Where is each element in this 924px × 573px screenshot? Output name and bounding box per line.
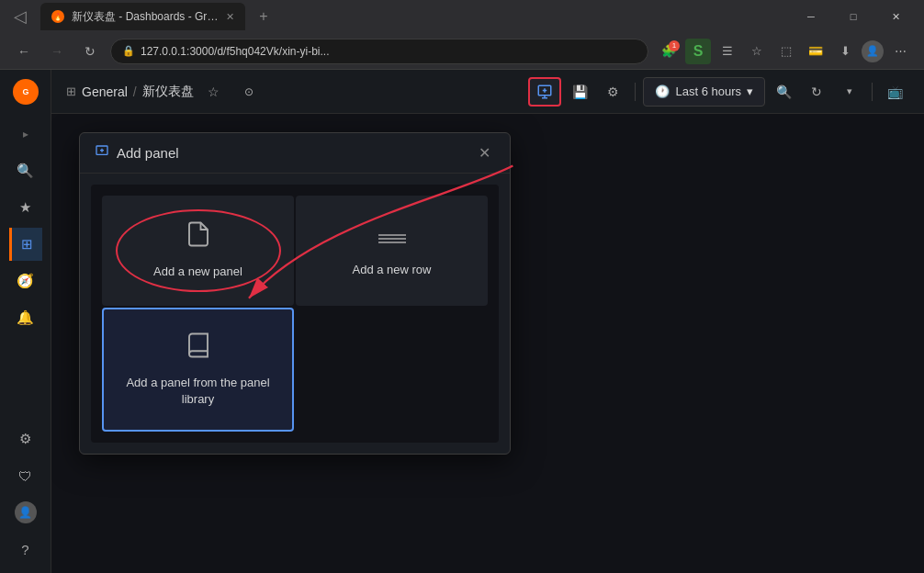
- breadcrumb-grid-icon: ⊞: [66, 84, 76, 98]
- time-range-picker[interactable]: 🕐 Last 6 hours ▾: [643, 77, 765, 107]
- new-tab-btn[interactable]: +: [253, 6, 275, 28]
- notification-badge: 1: [669, 40, 680, 51]
- dashboard-body: Add panel ✕ Add a new panel: [51, 114, 924, 573]
- sidebar-item-profile[interactable]: 👤: [9, 496, 42, 529]
- browser-controls: ◁: [7, 4, 33, 29]
- back-btn[interactable]: ←: [11, 39, 37, 64]
- sidebar-extension-btn[interactable]: ☰: [715, 39, 740, 64]
- tab-close-btn[interactable]: ✕: [226, 11, 234, 23]
- nav-right-icons: 🧩 1 S ☰ ☆ ⬚ 💳 ⬇ 👤 ⋯: [656, 39, 913, 64]
- modal-title: Add panel: [117, 145, 179, 161]
- sidebar-item-starred[interactable]: ★: [9, 191, 42, 224]
- synced-btn[interactable]: S: [685, 39, 711, 64]
- sidebar-item-help[interactable]: ?: [9, 533, 42, 566]
- breadcrumb-parent: General: [82, 84, 128, 99]
- refresh-btn[interactable]: ↻: [77, 39, 103, 64]
- sidebar-item-dashboards[interactable]: ⊞: [9, 228, 42, 261]
- maximize-btn[interactable]: □: [832, 2, 874, 31]
- refresh-btn[interactable]: ↻: [802, 77, 831, 107]
- forward-btn[interactable]: →: [44, 39, 70, 64]
- sidebar-item-explore[interactable]: 🧭: [9, 264, 42, 298]
- dashboard-settings-btn[interactable]: ⚙: [598, 77, 627, 107]
- add-new-row-option[interactable]: Add a new row: [296, 196, 488, 306]
- user-avatar: 👤: [15, 501, 37, 523]
- profile-avatar[interactable]: 👤: [862, 40, 884, 62]
- minimize-btn[interactable]: ─: [790, 2, 832, 31]
- compass-icon: 🧭: [17, 273, 34, 289]
- add-panel-btn[interactable]: [528, 77, 561, 107]
- sidebar-item-shield[interactable]: 🛡: [9, 459, 42, 492]
- chevron-down-icon: ▾: [747, 84, 753, 98]
- bell-icon: 🔔: [17, 309, 34, 326]
- browser-back-btn[interactable]: ◁: [7, 4, 33, 29]
- star-icon: ★: [19, 199, 31, 216]
- tab-favicon: 🔥: [51, 10, 64, 23]
- modal-header: Add panel ✕: [80, 133, 510, 174]
- add-new-panel-label: Add a new panel: [153, 264, 242, 280]
- gear-icon: ⚙: [19, 431, 31, 447]
- add-new-row-label: Add a new row: [353, 262, 432, 278]
- sidebar-item-search[interactable]: 🔍: [9, 154, 42, 187]
- breadcrumb-dashboard-title: 新仪表盘: [142, 84, 194, 100]
- tab-title: 新仪表盘 - Dashboards - Grafana: [72, 9, 219, 25]
- browser-nav: ← → ↻ 🔒 127.0.0.1:3000/d/f5hq042Vk/xin-y…: [0, 33, 924, 70]
- dashboard-header: ⊞ General / 新仪表盘 ☆ ⊙ 💾: [51, 70, 924, 114]
- download-btn[interactable]: ⬇: [832, 39, 858, 64]
- address-bar[interactable]: 🔒 127.0.0.1:3000/d/f5hq042Vk/xin-yi-bi..…: [110, 39, 648, 64]
- star-dashboard-btn[interactable]: ☆: [199, 77, 229, 107]
- shield-icon: 🛡: [18, 468, 32, 484]
- header-divider-2: [872, 83, 873, 101]
- modal-close-btn[interactable]: ✕: [473, 142, 495, 164]
- app-container: G ▸ 🔍 ★ ⊞ 🧭 🔔 ⚙ 🛡 👤: [0, 70, 924, 573]
- new-panel-icon: [185, 220, 212, 254]
- sidebar-logo[interactable]: G: [11, 77, 40, 107]
- header-actions: 💾 ⚙ 🕐 Last 6 hours ▾ 🔍 ↻ ▾ 📺: [528, 77, 909, 107]
- panel-options-grid: Add a new panel Add a: [91, 185, 499, 443]
- breadcrumb: ⊞ General / 新仪表盘 ☆ ⊙: [66, 77, 264, 107]
- add-panel-library-option[interactable]: Add a panel from the panel library: [102, 308, 294, 432]
- favorites-btn[interactable]: ☆: [744, 39, 770, 64]
- clock-icon: 🕐: [655, 84, 670, 98]
- new-row-icon: [378, 223, 406, 253]
- refresh-interval-btn[interactable]: ▾: [835, 77, 864, 107]
- browser-tab[interactable]: 🔥 新仪表盘 - Dashboards - Grafana ✕: [40, 3, 245, 30]
- svg-text:G: G: [22, 87, 28, 96]
- window-controls: ─ □ ✕: [790, 2, 917, 31]
- modal-title-icon: [95, 144, 109, 162]
- browser-title-bar: ◁ 🔥 新仪表盘 - Dashboards - Grafana ✕ + ─ □ …: [0, 0, 924, 33]
- sidebar-item-config[interactable]: ⚙: [9, 422, 42, 455]
- extensions-btn[interactable]: 🧩 1: [656, 39, 682, 64]
- add-panel-modal: Add panel ✕ Add a new panel: [79, 132, 511, 455]
- panel-library-icon: [185, 331, 212, 365]
- grafana-logo-icon: G: [13, 79, 39, 105]
- header-divider: [635, 83, 636, 101]
- collections-btn[interactable]: ⬚: [773, 39, 799, 64]
- close-btn[interactable]: ✕: [874, 2, 917, 31]
- sidebar: G ▸ 🔍 ★ ⊞ 🧭 🔔 ⚙ 🛡 👤: [0, 70, 51, 573]
- add-panel-library-label: Add a panel from the panel library: [118, 375, 277, 408]
- main-content: ⊞ General / 新仪表盘 ☆ ⊙ 💾: [51, 70, 924, 573]
- url-text: 127.0.0.1:3000/d/f5hq042Vk/xin-yi-bi...: [141, 45, 329, 58]
- zoom-out-btn[interactable]: 🔍: [769, 77, 798, 107]
- sidebar-item-alerting[interactable]: 🔔: [9, 301, 42, 334]
- breadcrumb-sep: /: [133, 84, 137, 99]
- add-new-panel-option[interactable]: Add a new panel: [102, 196, 294, 306]
- time-range-label: Last 6 hours: [675, 84, 741, 98]
- help-icon: ?: [21, 542, 28, 557]
- share-dashboard-btn[interactable]: ⊙: [234, 77, 264, 107]
- tv-mode-btn[interactable]: 📺: [880, 77, 909, 107]
- lock-icon: 🔒: [122, 45, 135, 57]
- more-btn[interactable]: ⋯: [887, 39, 913, 64]
- search-icon: 🔍: [17, 163, 34, 179]
- sidebar-bottom: ⚙ 🛡 👤 ?: [9, 422, 42, 566]
- save-dashboard-btn[interactable]: 💾: [565, 77, 594, 107]
- wallet-btn[interactable]: 💳: [803, 39, 828, 64]
- dashboards-icon: ⊞: [21, 236, 33, 253]
- sidebar-collapse-btn[interactable]: ▸: [9, 118, 42, 151]
